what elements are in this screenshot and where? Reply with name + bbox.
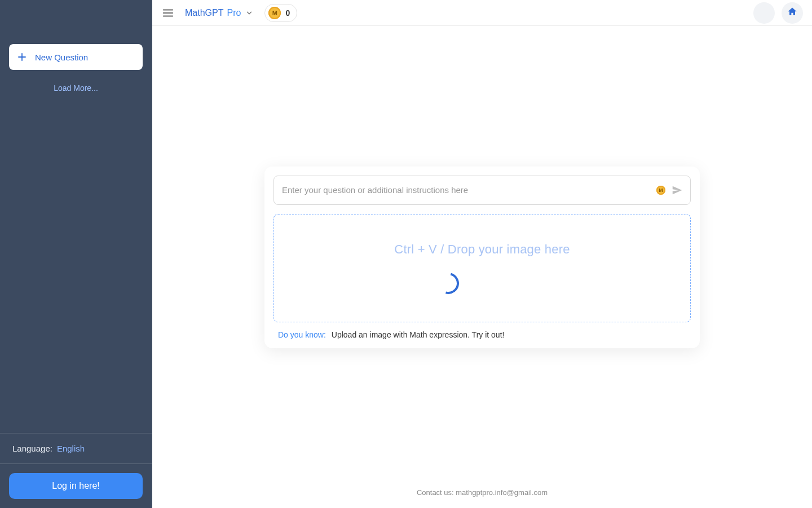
- sidebar-top: New Question Load More...: [0, 0, 152, 433]
- language-label: Language:: [12, 444, 52, 453]
- login-button[interactable]: Log in here!: [9, 473, 143, 499]
- coin-icon: M: [268, 7, 281, 19]
- hint-text: Upload an image with Math expression. Tr…: [332, 330, 505, 339]
- login-label: Log in here!: [52, 481, 100, 491]
- main: MathGPTPro M 0 M: [152, 0, 812, 508]
- question-card: M Ctrl + V / Drop your image here Do you…: [264, 167, 700, 348]
- contact-text: Contact us: mathgptpro.info@gmail.com: [417, 488, 548, 497]
- question-input-box: M: [273, 176, 691, 205]
- new-question-label: New Question: [35, 52, 88, 62]
- menu-icon[interactable]: [161, 6, 175, 20]
- header: MathGPTPro M 0: [152, 0, 812, 26]
- sidebar: New Question Load More... Language: Engl…: [0, 0, 152, 508]
- load-more-link[interactable]: Load More...: [9, 84, 143, 93]
- new-question-button[interactable]: New Question: [9, 44, 143, 70]
- header-right: [753, 2, 803, 24]
- language-row: Language: English: [0, 433, 152, 464]
- footer: Contact us: mathgptpro.info@gmail.com: [152, 488, 812, 508]
- brand-main: MathGPT: [185, 8, 223, 18]
- drop-zone-text: Ctrl + V / Drop your image here: [394, 242, 570, 257]
- plus-icon: [17, 52, 27, 62]
- sidebar-bottom: Language: English Log in here!: [0, 433, 152, 508]
- home-icon: [787, 6, 798, 20]
- language-value[interactable]: English: [57, 444, 85, 453]
- home-button[interactable]: [782, 2, 803, 24]
- loading-spinner-icon: [434, 269, 463, 298]
- question-input[interactable]: [282, 185, 651, 195]
- input-coin-icon: M: [656, 186, 665, 195]
- brand-dropdown[interactable]: MathGPTPro: [185, 8, 254, 18]
- coin-value: 0: [285, 8, 290, 17]
- coin-chip[interactable]: M 0: [264, 4, 297, 22]
- hint-label: Do you know:: [278, 330, 326, 339]
- header-action-button[interactable]: [753, 2, 775, 24]
- chevron-down-icon: [244, 8, 254, 18]
- send-icon[interactable]: [671, 184, 683, 196]
- center: M Ctrl + V / Drop your image here Do you…: [152, 26, 812, 488]
- image-drop-zone[interactable]: Ctrl + V / Drop your image here: [273, 214, 691, 322]
- brand-sub: Pro: [227, 8, 241, 18]
- hint-row: Do you know: Upload an image with Math e…: [273, 330, 691, 339]
- login-wrap: Log in here!: [0, 464, 152, 508]
